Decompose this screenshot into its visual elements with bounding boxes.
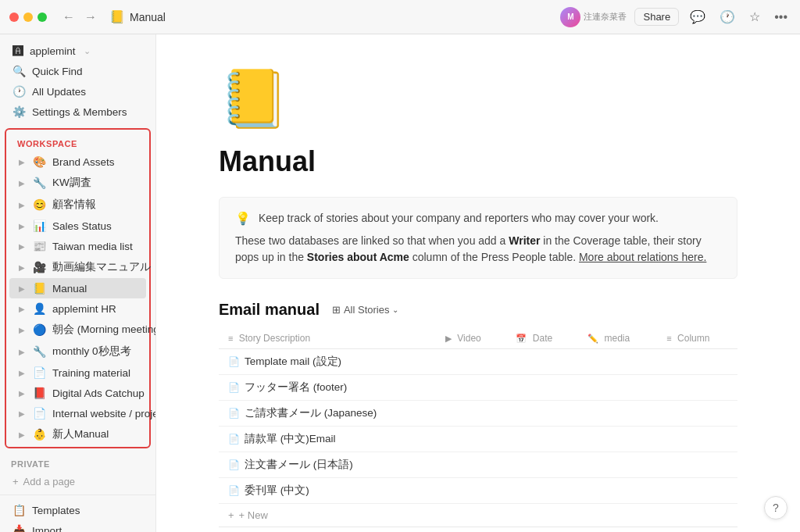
sidebar-item-all-updates[interactable]: 🕐 All Updates <box>3 81 152 102</box>
row-doc-icon: 📄 <box>228 434 240 445</box>
table-header-row: ≡ Story Description ▶ Video 📅 Date ✏️ me… <box>219 328 738 349</box>
sidebar-item-user[interactable]: 🅰 applemint ⌄ <box>3 41 152 61</box>
import-icon: 📥 <box>12 524 26 532</box>
sidebar-item-shinjin[interactable]: ▶ 👶 新人Manual <box>9 423 146 445</box>
sidebar-item-sales[interactable]: ▶ 📊 Sales Status <box>9 216 146 236</box>
templates-label: Templates <box>32 505 80 516</box>
kw-emoji: 🔧 <box>33 177 46 189</box>
row-doc-icon: 📄 <box>228 459 240 470</box>
history-icon[interactable]: 🕐 <box>716 8 738 26</box>
row-3-media[interactable] <box>578 401 657 427</box>
table-row[interactable]: 📄請款單 (中文)Email <box>219 427 738 452</box>
help-button[interactable]: ? <box>764 496 788 520</box>
sidebar-item-brand-assets[interactable]: ▶ 🎨 Brand Assets <box>9 152 146 172</box>
row-6-media[interactable] <box>578 478 657 504</box>
row-4-video[interactable] <box>436 427 507 452</box>
row-4-media[interactable] <box>578 427 657 452</box>
table-row[interactable]: 📄フッター署名 (footer) <box>219 375 738 401</box>
nav-arrows: ← → <box>59 9 100 26</box>
table-row[interactable]: 📄ご請求書メール (Japanese) <box>219 401 738 427</box>
row-2-date[interactable] <box>506 375 578 401</box>
table-row[interactable]: 📄委刊單 (中文) <box>219 478 738 504</box>
row-5-date[interactable] <box>506 452 578 478</box>
row-doc-icon: 📄 <box>228 408 240 419</box>
sidebar-item-templates[interactable]: 📋 Templates <box>3 500 152 520</box>
row-3-column[interactable] <box>657 401 738 427</box>
col-header-video: ▶ Video <box>436 328 507 349</box>
sidebar-item-douga[interactable]: ▶ 🎥 動画編集マニュアル <box>9 256 146 278</box>
minimize-button[interactable] <box>23 12 33 22</box>
main-content: 📒 Manual 💡 Keep track of stories about y… <box>156 34 800 532</box>
table-row[interactable]: 📄Template mail (設定) <box>219 349 738 375</box>
brand-assets-label: Brand Assets <box>52 156 115 168</box>
close-button[interactable] <box>9 12 19 22</box>
sidebar-item-internal[interactable]: ▶ 📄 Internal website / project <box>9 403 146 423</box>
sidebar-item-monthly[interactable]: ▶ 🔧 monthly 0秒思考 <box>9 341 146 362</box>
sidebar-item-kokyaku[interactable]: ▶ 😊 顧客情報 <box>9 194 146 216</box>
row-6-date[interactable] <box>506 478 578 504</box>
sidebar-item-digital-ads[interactable]: ▶ 📕 Digital Ads Catchup <box>9 383 146 403</box>
add-page-button[interactable]: + Add a page <box>3 472 152 491</box>
sidebar-item-applemint-hr[interactable]: ▶ 👤 applemint HR <box>9 298 146 319</box>
row-1-video[interactable] <box>436 349 507 375</box>
column-col-icon: ≡ <box>666 334 671 343</box>
row-1-story[interactable]: 📄Template mail (設定) <box>219 349 436 375</box>
star-icon[interactable]: ☆ <box>746 8 763 26</box>
row-4-date[interactable] <box>506 427 578 452</box>
row-6-story[interactable]: 📄委刊單 (中文) <box>219 478 436 504</box>
row-5-column[interactable] <box>657 452 738 478</box>
page-title[interactable]: Manual <box>219 145 738 178</box>
table-row[interactable]: 📄注文書メール (日本語) <box>219 452 738 478</box>
expand-arrow-icon: ▶ <box>19 179 25 187</box>
expand-arrow-icon: ▶ <box>19 158 25 166</box>
row-1-column[interactable] <box>657 349 738 375</box>
info-box-row-2: These two databases are linked so that w… <box>235 233 721 266</box>
sidebar-item-settings[interactable]: ⚙️ Settings & Members <box>3 102 152 122</box>
comment-icon[interactable]: 💬 <box>687 8 709 26</box>
sidebar-item-quick-find[interactable]: 🔍 Quick Find <box>3 61 152 81</box>
brand-assets-emoji: 🎨 <box>33 155 46 168</box>
workspace-label: WORKSPACE <box>6 131 149 152</box>
row-3-video[interactable] <box>436 401 507 427</box>
row-5-video[interactable] <box>436 452 507 478</box>
row-6-column[interactable] <box>657 478 738 504</box>
row-1-date[interactable] <box>506 349 578 375</box>
maximize-button[interactable] <box>38 12 47 22</box>
sidebar-item-import[interactable]: 📥 Import <box>3 520 152 532</box>
row-6-video[interactable] <box>436 478 507 504</box>
sidebar-item-kw[interactable]: ▶ 🔧 KW調査 <box>9 172 146 194</box>
section-title: Email manual ⊞ All Stories ⌄ <box>219 301 738 319</box>
share-button[interactable]: Share <box>634 8 679 26</box>
row-2-video[interactable] <box>436 375 507 401</box>
row-4-column[interactable] <box>657 427 738 452</box>
expand-arrow-icon: ▶ <box>19 263 25 272</box>
row-2-story[interactable]: 📄フッター署名 (footer) <box>219 375 436 401</box>
import-label: Import <box>32 525 62 533</box>
gear-icon: ⚙️ <box>12 105 26 118</box>
relations-link[interactable]: More about relations here. <box>579 251 706 263</box>
row-3-date[interactable] <box>506 401 578 427</box>
new-row-plus-icon: + <box>228 509 234 521</box>
new-row-button[interactable]: + + New <box>219 504 738 527</box>
more-icon[interactable]: ••• <box>771 9 791 26</box>
row-5-media[interactable] <box>578 452 657 478</box>
expand-arrow-icon: ▶ <box>19 430 25 439</box>
view-selector-button[interactable]: ⊞ All Stories ⌄ <box>327 302 404 317</box>
row-2-media[interactable] <box>578 375 657 401</box>
sidebar-item-manual[interactable]: ▶ 📒 Manual <box>9 278 146 298</box>
sidebar-item-training[interactable]: ▶ 📄 Training material <box>9 362 146 383</box>
row-2-column[interactable] <box>657 375 738 401</box>
forward-button[interactable]: → <box>81 9 100 26</box>
row-5-story[interactable]: 📄注文書メール (日本語) <box>219 452 436 478</box>
user-icon: 🅰 <box>12 45 23 57</box>
back-button[interactable]: ← <box>59 9 78 26</box>
sidebar-item-taiwan[interactable]: ▶ 📰 Taiwan media list <box>9 236 146 256</box>
sidebar-item-morning[interactable]: ▶ 🔵 朝会 (Morning meeting) <box>9 319 146 341</box>
morning-label: 朝会 (Morning meeting) <box>52 323 156 337</box>
row-3-story[interactable]: 📄ご請求書メール (Japanese) <box>219 401 436 427</box>
row-4-story[interactable]: 📄請款單 (中文)Email <box>219 427 436 452</box>
row-1-media[interactable] <box>578 349 657 375</box>
private-section: PRIVATE + Add a page <box>0 452 155 491</box>
view-label: All Stories <box>344 304 390 316</box>
media-col-icon: ✏️ <box>588 334 598 343</box>
